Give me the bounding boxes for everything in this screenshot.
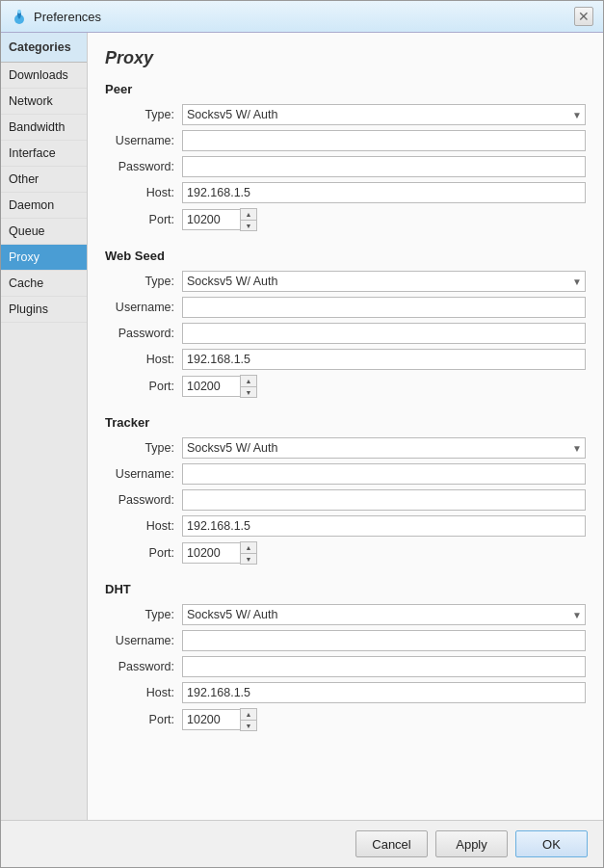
webseed-port-label: Port:: [105, 380, 182, 393]
sidebar-item-daemon[interactable]: Daemon: [1, 193, 87, 219]
tracker-type-select[interactable]: Socksv5 W/ Auth None HTTP HTTP W/ Auth S…: [182, 437, 586, 459]
dht-port-up-button[interactable]: ▲: [241, 709, 256, 720]
peer-username-label: Username:: [105, 134, 182, 147]
tracker-port-up-button[interactable]: ▲: [241, 542, 256, 553]
dht-host-label: Host:: [105, 686, 182, 699]
sidebar-item-network[interactable]: Network: [1, 89, 87, 115]
tracker-port-spinbox: ▲ ▼: [240, 541, 257, 565]
tracker-port-label: Port:: [105, 546, 182, 560]
webseed-type-select[interactable]: Socksv5 W/ Auth None HTTP HTTP W/ Auth S…: [182, 271, 586, 292]
dht-port-wrapper: ▲ ▼: [182, 708, 257, 731]
sidebar-item-queue[interactable]: Queue: [1, 219, 87, 245]
webseed-host-label: Host:: [105, 353, 182, 366]
dht-port-spinbox: ▲ ▼: [240, 708, 257, 731]
peer-port-up-button[interactable]: ▲: [241, 209, 256, 220]
tracker-type-label: Type:: [105, 441, 182, 455]
tracker-port-input[interactable]: [182, 542, 240, 564]
tracker-type-select-wrapper: Socksv5 W/ Auth None HTTP HTTP W/ Auth S…: [182, 437, 586, 459]
close-button[interactable]: ✕: [574, 7, 593, 26]
dht-port-down-button[interactable]: ▼: [241, 720, 256, 730]
webseed-username-label: Username:: [105, 301, 182, 314]
peer-port-wrapper: ▲ ▼: [182, 208, 257, 231]
preferences-window: Preferences ✕ Categories Downloads Netwo…: [0, 0, 604, 868]
peer-host-label: Host:: [105, 186, 182, 199]
tracker-port-wrapper: ▲ ▼: [182, 541, 257, 565]
webseed-type-select-wrapper: Socksv5 W/ Auth None HTTP HTTP W/ Auth S…: [182, 271, 586, 292]
tracker-section-title: Tracker: [105, 415, 586, 430]
webseed-port-down-button[interactable]: ▼: [241, 386, 256, 397]
webseed-port-wrapper: ▲ ▼: [182, 375, 257, 398]
dht-username-input[interactable]: [182, 630, 586, 651]
webseed-port-up-button[interactable]: ▲: [241, 376, 256, 386]
dht-username-row: Username:: [105, 630, 586, 651]
main-panel: Proxy Peer Type: Socksv5 W/ Auth None HT…: [88, 33, 603, 820]
peer-password-input[interactable]: [182, 156, 586, 177]
tracker-username-label: Username:: [105, 467, 182, 481]
sidebar-item-proxy[interactable]: Proxy: [1, 245, 87, 271]
dht-type-select-wrapper: Socksv5 W/ Auth None HTTP HTTP W/ Auth S…: [182, 604, 586, 625]
tracker-password-row: Password:: [105, 489, 586, 511]
apply-button[interactable]: Apply: [435, 830, 508, 857]
page-title: Proxy: [105, 48, 586, 68]
dht-password-row: Password:: [105, 656, 586, 677]
tracker-host-input[interactable]: [182, 515, 586, 537]
peer-password-row: Password:: [105, 156, 586, 177]
peer-username-input[interactable]: [182, 130, 586, 151]
peer-section-title: Peer: [105, 82, 586, 96]
peer-host-row: Host:: [105, 182, 586, 203]
cancel-button[interactable]: Cancel: [355, 830, 428, 857]
dht-host-row: Host:: [105, 682, 586, 703]
peer-host-input[interactable]: [182, 182, 586, 203]
dht-username-label: Username:: [105, 634, 182, 647]
peer-port-input[interactable]: [182, 209, 240, 230]
sidebar-item-bandwidth[interactable]: Bandwidth: [1, 115, 87, 141]
tracker-host-row: Host:: [105, 515, 586, 537]
dht-section: DHT Type: Socksv5 W/ Auth None HTTP HTTP…: [105, 582, 586, 731]
peer-port-spinbox: ▲ ▼: [240, 208, 257, 231]
peer-type-row: Type: Socksv5 W/ Auth None HTTP HTTP W/ …: [105, 104, 586, 125]
tracker-password-label: Password:: [105, 493, 182, 507]
peer-port-row: Port: ▲ ▼: [105, 208, 586, 231]
tracker-username-input[interactable]: [182, 463, 586, 485]
tracker-port-down-button[interactable]: ▼: [241, 553, 256, 564]
sidebar-item-categories[interactable]: Categories: [1, 33, 87, 63]
dht-host-input[interactable]: [182, 682, 586, 703]
dht-password-input[interactable]: [182, 656, 586, 677]
ok-button[interactable]: OK: [515, 830, 588, 857]
svg-point-1: [17, 10, 21, 13]
sidebar-item-interface[interactable]: Interface: [1, 141, 87, 167]
title-bar-left: Preferences: [11, 8, 101, 25]
tracker-section: Tracker Type: Socksv5 W/ Auth None HTTP …: [105, 415, 586, 565]
webseed-password-input[interactable]: [182, 323, 586, 344]
content-area: Categories Downloads Network Bandwidth I…: [1, 33, 603, 820]
dht-port-input[interactable]: [182, 709, 240, 730]
webseed-port-row: Port: ▲ ▼: [105, 375, 586, 398]
webseed-host-input[interactable]: [182, 349, 586, 370]
tracker-password-input[interactable]: [182, 489, 586, 511]
webseed-section: Web Seed Type: Socksv5 W/ Auth None HTTP…: [105, 249, 586, 398]
webseed-password-label: Password:: [105, 327, 182, 340]
webseed-type-row: Type: Socksv5 W/ Auth None HTTP HTTP W/ …: [105, 271, 586, 292]
webseed-username-row: Username:: [105, 297, 586, 318]
dht-type-row: Type: Socksv5 W/ Auth None HTTP HTTP W/ …: [105, 604, 586, 625]
peer-password-label: Password:: [105, 160, 182, 173]
webseed-host-row: Host:: [105, 349, 586, 370]
peer-port-down-button[interactable]: ▼: [241, 220, 256, 230]
sidebar-item-downloads[interactable]: Downloads: [1, 63, 87, 89]
dht-port-label: Port:: [105, 713, 182, 726]
sidebar: Categories Downloads Network Bandwidth I…: [1, 33, 88, 820]
sidebar-item-plugins[interactable]: Plugins: [1, 297, 87, 323]
dht-password-label: Password:: [105, 660, 182, 673]
peer-type-select[interactable]: Socksv5 W/ Auth None HTTP HTTP W/ Auth S…: [182, 104, 586, 125]
webseed-type-label: Type:: [105, 275, 182, 288]
webseed-port-spinbox: ▲ ▼: [240, 375, 257, 398]
peer-type-select-wrapper: Socksv5 W/ Auth None HTTP HTTP W/ Auth S…: [182, 104, 586, 125]
webseed-username-input[interactable]: [182, 297, 586, 318]
title-bar: Preferences ✕: [1, 1, 603, 33]
dht-port-row: Port: ▲ ▼: [105, 708, 586, 731]
dht-section-title: DHT: [105, 582, 586, 596]
sidebar-item-cache[interactable]: Cache: [1, 271, 87, 297]
sidebar-item-other[interactable]: Other: [1, 167, 87, 193]
dht-type-select[interactable]: Socksv5 W/ Auth None HTTP HTTP W/ Auth S…: [182, 604, 586, 625]
webseed-port-input[interactable]: [182, 376, 240, 397]
